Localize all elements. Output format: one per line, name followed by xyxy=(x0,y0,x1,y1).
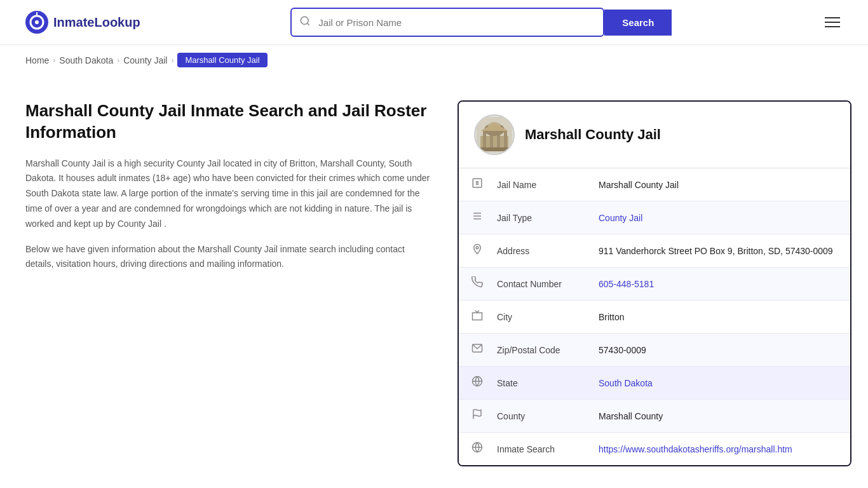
info-label: State xyxy=(484,367,586,400)
hamburger-menu-button[interactable] xyxy=(822,15,843,30)
search-input-wrapper xyxy=(290,8,604,37)
svg-rect-8 xyxy=(483,131,486,149)
breadcrumb-current: Marshall County Jail xyxy=(177,53,267,67)
info-label: Inmate Search xyxy=(484,433,586,466)
info-label: Jail Name xyxy=(484,168,586,201)
phone-icon xyxy=(459,268,484,301)
info-value: 605-448-5181 xyxy=(586,268,850,301)
info-table-row: Contact Number605-448-5181 xyxy=(459,268,850,301)
breadcrumb-sep-3: › xyxy=(171,56,173,65)
search-icon xyxy=(292,9,318,36)
search-globe-icon xyxy=(459,433,484,466)
info-table-row: StateSouth Dakota xyxy=(459,367,850,400)
svg-point-2 xyxy=(35,20,39,24)
page-description-2: Below we have given information about th… xyxy=(25,242,432,273)
info-table: Jail NameMarshall County JailJail TypeCo… xyxy=(459,168,850,465)
info-value: County Jail xyxy=(586,201,850,234)
info-link[interactable]: South Dakota xyxy=(599,378,653,388)
info-link[interactable]: 605-448-5181 xyxy=(599,279,654,289)
globe-icon xyxy=(459,367,484,400)
svg-rect-15 xyxy=(478,149,511,151)
info-link[interactable]: https://www.southdakotasheriffs.org/mars… xyxy=(599,444,792,454)
svg-line-5 xyxy=(308,23,309,25)
search-area: Search xyxy=(290,8,672,37)
location-icon xyxy=(459,234,484,268)
info-card-header: Marshall County Jail xyxy=(459,102,850,168)
info-label: County xyxy=(484,400,586,433)
info-card: Marshall County Jail Jail NameMarshall C… xyxy=(458,100,851,466)
info-label: Address xyxy=(484,234,586,268)
info-value: Britton xyxy=(586,301,850,334)
search-input[interactable] xyxy=(318,11,603,34)
svg-rect-14 xyxy=(479,147,510,149)
mail-icon xyxy=(459,334,484,367)
info-label: Jail Type xyxy=(484,201,586,234)
info-value: 57430-0009 xyxy=(586,334,850,367)
breadcrumb-state[interactable]: South Dakota xyxy=(59,55,113,65)
info-value: South Dakota xyxy=(586,367,850,400)
main-content: Marshall County Jail Inmate Search and J… xyxy=(0,75,868,488)
breadcrumb-jail-type[interactable]: County Jail xyxy=(123,55,167,65)
flag-icon xyxy=(459,400,484,433)
courthouse-image xyxy=(477,117,512,152)
info-table-row: Address911 Vanderhorck Street PO Box 9, … xyxy=(459,234,850,268)
breadcrumb-sep-2: › xyxy=(117,56,119,65)
info-table-row: Jail NameMarshall County Jail xyxy=(459,168,850,201)
page-title: Marshall County Jail Inmate Search and J… xyxy=(25,100,432,144)
svg-point-4 xyxy=(301,17,309,24)
logo-text: InmateLookup xyxy=(53,15,140,30)
info-value: Marshall County xyxy=(586,400,850,433)
svg-rect-22 xyxy=(473,313,482,320)
info-label: Contact Number xyxy=(484,268,586,301)
jail-avatar xyxy=(474,114,515,155)
info-value: 911 Vanderhorck Street PO Box 9, Britton… xyxy=(586,234,850,268)
list-icon xyxy=(459,201,484,234)
left-content: Marshall County Jail Inmate Search and J… xyxy=(25,100,432,282)
info-link[interactable]: County Jail xyxy=(599,213,642,223)
info-table-row: CityBritton xyxy=(459,301,850,334)
svg-rect-11 xyxy=(504,131,507,149)
info-table-row: Inmate Searchhttps://www.southdakotasher… xyxy=(459,433,850,466)
page-description-1: Marshall County Jail is a high security … xyxy=(25,156,432,232)
breadcrumb: Home › South Dakota › County Jail › Mars… xyxy=(0,45,868,75)
search-button[interactable]: Search xyxy=(604,10,672,36)
svg-point-21 xyxy=(476,247,478,249)
info-label: Zip/Postal Code xyxy=(484,334,586,367)
info-value: https://www.southdakotasheriffs.org/mars… xyxy=(586,433,850,466)
logo[interactable]: InmateLookup xyxy=(25,11,140,34)
breadcrumb-sep-1: › xyxy=(53,56,55,65)
header: InmateLookup Search xyxy=(0,0,868,45)
jail-name-heading: Marshall County Jail xyxy=(525,126,661,143)
info-table-row: Zip/Postal Code57430-0009 xyxy=(459,334,850,367)
building-icon xyxy=(459,168,484,201)
info-table-row: Jail TypeCounty Jail xyxy=(459,201,850,234)
info-table-row: CountyMarshall County xyxy=(459,400,850,433)
logo-icon xyxy=(25,11,48,34)
info-label: City xyxy=(484,301,586,334)
breadcrumb-home[interactable]: Home xyxy=(25,55,49,65)
city-icon xyxy=(459,301,484,334)
info-value: Marshall County Jail xyxy=(586,168,850,201)
